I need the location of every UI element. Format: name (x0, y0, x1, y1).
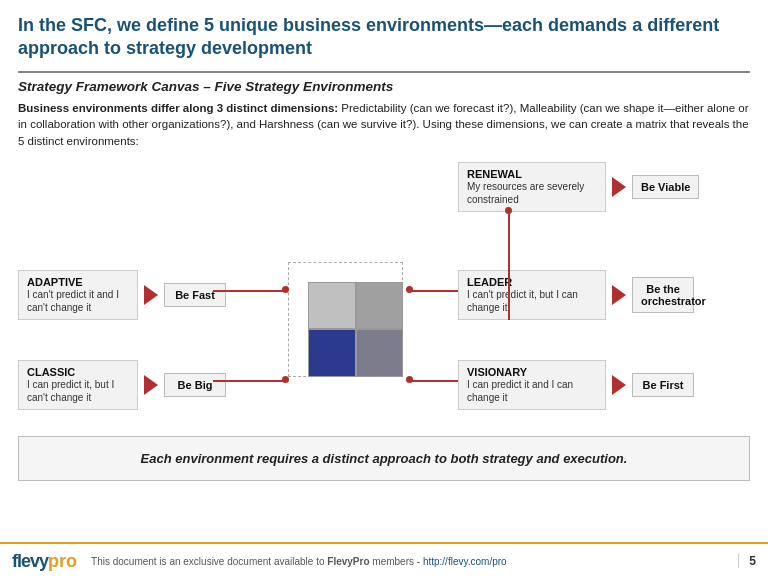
logo-flevy: flevy (12, 551, 48, 572)
visionary-label-box: VISIONARY I can predict it and I can cha… (458, 360, 606, 410)
adaptive-label-box: ADAPTIVE I can't predict it and I can't … (18, 270, 138, 320)
leader-label-box: LEADER I can't predict it, but I can cha… (458, 270, 606, 320)
description: Business environments differ along 3 dis… (18, 100, 750, 150)
adaptive-dot (282, 286, 289, 293)
footer: flevypro This document is an exclusive d… (0, 542, 768, 578)
classic-hline (213, 380, 288, 382)
leader-name: LEADER (467, 276, 597, 288)
page-title: In the SFC, we define 5 unique business … (18, 14, 750, 61)
adaptive-strategy: Be Fast (164, 283, 226, 307)
visionary-strategy: Be First (632, 373, 694, 397)
classic-strategy: Be Big (164, 373, 226, 397)
footer-link[interactable]: http://flevy.com/pro (423, 556, 507, 567)
footer-logo: flevypro (12, 551, 77, 572)
visionary-env: VISIONARY I can predict it and I can cha… (458, 360, 694, 410)
classic-label-box: CLASSIC I can predict it, but I can't ch… (18, 360, 138, 410)
adaptive-desc: I can't predict it and I can't change it (27, 288, 129, 314)
footer-page: 5 (738, 554, 756, 568)
visionary-desc: I can predict it and I can change it (467, 378, 597, 404)
renewal-label-box: RENEWAL My resources are severely constr… (458, 162, 606, 212)
diagram: RENEWAL My resources are severely constr… (18, 162, 750, 432)
visionary-hline (408, 380, 458, 382)
logo-pro: pro (48, 551, 77, 572)
footer-text: This document is an exclusive document a… (91, 556, 738, 567)
classic-name: CLASSIC (27, 366, 129, 378)
renewal-vline (508, 212, 510, 270)
adaptive-name: ADAPTIVE (27, 276, 129, 288)
classic-arrow (144, 375, 158, 395)
cube-inner (308, 282, 403, 377)
renewal-dot-top (505, 207, 512, 214)
classic-env: CLASSIC I can predict it, but I can't ch… (18, 360, 226, 410)
leader-env: LEADER I can't predict it, but I can cha… (458, 270, 694, 320)
renewal-desc: My resources are severely constrained (467, 180, 597, 206)
adaptive-env: ADAPTIVE I can't predict it and I can't … (18, 270, 226, 320)
leader-arrow (612, 285, 626, 305)
renewal-strategy: Be Viable (632, 175, 699, 199)
leader-vline (508, 270, 510, 320)
renewal-arrow (612, 177, 626, 197)
adaptive-hline (213, 290, 288, 292)
renewal-env: RENEWAL My resources are severely constr… (458, 162, 699, 212)
classic-dot (282, 376, 289, 383)
adaptive-arrow (144, 285, 158, 305)
footer-brand: FlevyPro (327, 556, 369, 567)
section-heading: Strategy Framework Canvas – Five Strateg… (18, 71, 750, 94)
leader-strategy: Be the orchestrator (632, 277, 694, 313)
callout-box: Each environment requires a distinct app… (18, 436, 750, 481)
cell-tl (308, 282, 356, 330)
visionary-name: VISIONARY (467, 366, 597, 378)
visionary-dot (406, 376, 413, 383)
renewal-name: RENEWAL (467, 168, 597, 180)
cell-tr (356, 282, 404, 330)
visionary-arrow (612, 375, 626, 395)
classic-desc: I can predict it, but I can't change it (27, 378, 129, 404)
cell-bl (308, 329, 356, 377)
callout-text: Each environment requires a distinct app… (39, 451, 729, 466)
leader-hline (408, 290, 458, 292)
leader-desc: I can't predict it, but I can change it (467, 288, 597, 314)
leader-dot (406, 286, 413, 293)
cell-br (356, 329, 404, 377)
